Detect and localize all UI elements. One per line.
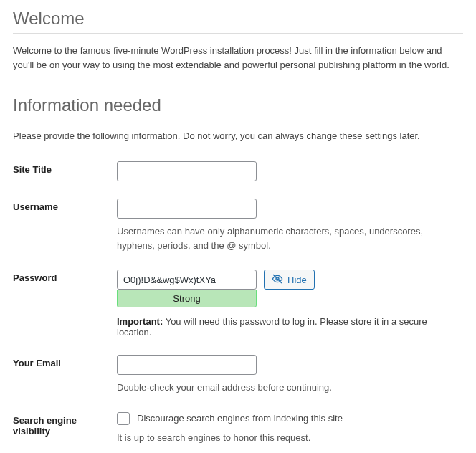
email-description: Double-check your email address before c… [117, 381, 463, 395]
info-needed-text: Please provide the following information… [13, 130, 463, 141]
site-title-input[interactable] [117, 161, 257, 181]
welcome-heading: Welcome [13, 0, 463, 34]
search-visibility-description: It is up to search engines to honor this… [117, 431, 463, 445]
site-title-label: Site Title [13, 154, 117, 191]
search-visibility-label: Search engine visibility [13, 405, 117, 453]
install-form-table: Site Title Username Usernames can have o… [13, 154, 463, 453]
hide-button-label: Hide [287, 275, 307, 285]
password-strength-meter: Strong [117, 290, 257, 307]
password-important-note: Important: You will need this password t… [117, 316, 463, 338]
eye-slash-icon [272, 273, 283, 287]
email-input[interactable] [117, 355, 257, 375]
password-label: Password [13, 262, 117, 348]
important-text: You will need this password to log in. P… [117, 316, 427, 338]
username-label: Username [13, 191, 117, 262]
info-needed-heading: Information needed [13, 87, 463, 120]
hide-password-button[interactable]: Hide [264, 270, 315, 290]
search-visibility-checkbox-label: Discourage search engines from indexing … [137, 413, 343, 424]
username-description: Usernames can have only alphanumeric cha… [117, 224, 463, 252]
username-input[interactable] [117, 199, 257, 219]
password-input[interactable] [117, 270, 257, 290]
email-label: Your Email [13, 348, 117, 405]
important-label: Important: [117, 316, 163, 327]
welcome-intro-text: Welcome to the famous five-minute WordPr… [13, 44, 463, 72]
search-visibility-checkbox[interactable] [117, 412, 130, 425]
